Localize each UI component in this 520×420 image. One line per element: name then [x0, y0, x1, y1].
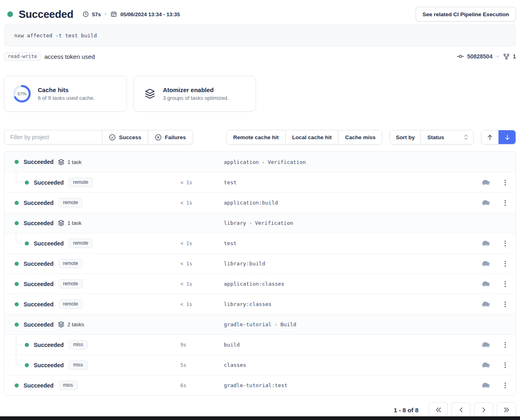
- git-commit-icon: [457, 53, 464, 60]
- cache-status-badge: miss: [58, 381, 78, 390]
- bottom-window-edge: [0, 416, 520, 420]
- cache-hits-subtitle: 6 of 9 tasks used cache.: [38, 95, 95, 101]
- page-title: Succeeded: [19, 8, 74, 21]
- atomizer-title: Atomizer enabled: [163, 86, 229, 93]
- last-page-button[interactable]: [497, 402, 516, 418]
- filter-by-project-input[interactable]: [4, 130, 102, 144]
- row-menu-button[interactable]: [502, 300, 508, 309]
- tree-connector: [16, 172, 22, 183]
- row-menu-button[interactable]: [502, 361, 508, 370]
- separator-dot: [497, 56, 498, 57]
- first-page-button[interactable]: [429, 402, 448, 418]
- git-fork-icon: [503, 53, 510, 60]
- task-name: application:classes: [224, 281, 284, 287]
- row-menu-button[interactable]: [502, 340, 508, 349]
- calendar-icon: [110, 11, 117, 17]
- status-dot: [7, 11, 13, 17]
- gradle-scan-button[interactable]: [481, 301, 491, 308]
- task-row[interactable]: Succeeded remote < 1s application:build: [4, 192, 516, 213]
- task-row[interactable]: Succeeded remote < 1s test: [4, 172, 516, 192]
- task-list: Succeeded 1 task application Verificatio…: [4, 151, 516, 396]
- kebab-menu-icon: [505, 302, 506, 303]
- gradle-scan-button[interactable]: [481, 382, 491, 389]
- task-row[interactable]: Succeeded 1 task library Verification: [4, 213, 516, 233]
- kebab-menu-icon: [505, 261, 506, 262]
- gradle-elephant-icon: [481, 261, 491, 267]
- task-duration: < 1s: [180, 200, 192, 206]
- cache-hit-percent: 67%: [13, 84, 31, 103]
- page-range-label: 1 - 8 of 8: [394, 407, 418, 414]
- row-status-label: Succeeded: [24, 220, 54, 226]
- row-status-label: Succeeded: [24, 301, 54, 308]
- tree-connector: [16, 335, 22, 345]
- project-name: application: [224, 159, 259, 165]
- row-menu-button[interactable]: [502, 280, 508, 289]
- local-cache-hit-button[interactable]: Local cache hit: [285, 130, 338, 144]
- task-row[interactable]: Succeeded remote < 1s library:classes: [4, 294, 516, 314]
- task-row[interactable]: Succeeded remote < 1s application:classe…: [4, 274, 516, 294]
- row-status-label: Succeeded: [24, 200, 54, 206]
- status-dot: [15, 262, 19, 266]
- task-row[interactable]: Succeeded 1 task application Verificatio…: [4, 152, 516, 172]
- token-text: access token used: [44, 53, 95, 60]
- chevrons-left-icon: [435, 407, 442, 413]
- chevron-right-icon: [481, 407, 487, 413]
- status-dot: [15, 282, 19, 286]
- cache-status-badge: remote: [58, 259, 82, 268]
- row-menu-button[interactable]: [502, 381, 508, 390]
- cache-status-badge: remote: [69, 239, 93, 248]
- kebab-menu-icon: [505, 342, 506, 343]
- task-name: library:build: [224, 261, 265, 267]
- gradle-scan-button[interactable]: [481, 200, 491, 206]
- row-menu-button[interactable]: [502, 198, 508, 207]
- run-duration: 57s: [82, 11, 101, 17]
- check-circle-icon: [109, 134, 116, 141]
- task-row[interactable]: Succeeded miss 9s build: [4, 334, 516, 355]
- chevron-right-icon: [262, 159, 265, 165]
- task-row[interactable]: Succeeded remote < 1s library:build: [4, 253, 516, 274]
- chevron-updown-icon: [464, 134, 468, 140]
- command-box: nxw affected -t test build: [4, 24, 516, 46]
- task-duration: < 1s: [180, 180, 192, 185]
- gradle-scan-button[interactable]: [481, 240, 491, 247]
- task-duration: 9s: [180, 342, 186, 348]
- branch-count[interactable]: 1: [513, 53, 516, 60]
- task-duration: < 1s: [180, 281, 192, 287]
- row-menu-button[interactable]: [502, 178, 508, 187]
- sort-ascending-button[interactable]: [481, 130, 498, 144]
- remote-cache-hit-button[interactable]: Remote cache hit: [227, 130, 285, 144]
- sort-status-select[interactable]: Status: [420, 130, 473, 144]
- task-count: 1 task: [67, 220, 82, 226]
- gradle-scan-button[interactable]: [481, 281, 491, 287]
- kebab-menu-icon: [505, 281, 506, 282]
- row-status-label: Succeeded: [34, 362, 64, 368]
- task-row[interactable]: Succeeded miss 5s classes: [4, 355, 516, 375]
- task-row[interactable]: Succeeded miss 6s gradle-tutorial:test: [4, 375, 516, 395]
- gradle-scan-button[interactable]: [481, 179, 491, 186]
- success-filter-button[interactable]: Success: [102, 130, 148, 144]
- row-menu-button[interactable]: [502, 239, 508, 248]
- task-row[interactable]: Succeeded remote < 1s test: [4, 233, 516, 253]
- command-text: nxw affected -t test build: [14, 32, 97, 39]
- row-status-label: Succeeded: [24, 321, 54, 328]
- cache-miss-button[interactable]: Cache miss: [338, 130, 382, 144]
- gradle-scan-button[interactable]: [481, 261, 491, 267]
- previous-page-button[interactable]: [451, 402, 470, 418]
- row-status-label: Succeeded: [34, 240, 64, 247]
- sort-descending-button[interactable]: [498, 130, 516, 144]
- cache-status-badge: remote: [69, 178, 93, 187]
- task-row[interactable]: Succeeded 2 tasks gradle-tutorial Build: [4, 314, 516, 334]
- see-related-ci-pipeline-button[interactable]: See related CI Pipeline Execution: [416, 7, 516, 22]
- gradle-scan-button[interactable]: [481, 342, 491, 348]
- kebab-menu-icon: [505, 383, 506, 384]
- task-name: classes: [224, 362, 246, 368]
- gradle-scan-button[interactable]: [481, 362, 491, 368]
- sort-direction-group: [481, 130, 516, 144]
- row-menu-button[interactable]: [502, 259, 508, 268]
- status-dot: [25, 181, 29, 185]
- failures-filter-button[interactable]: Failures: [148, 130, 193, 144]
- commit-id[interactable]: 50828504: [467, 53, 492, 60]
- task-name: build: [224, 342, 240, 348]
- next-page-button[interactable]: [474, 402, 493, 418]
- task-name: application:build: [224, 200, 278, 206]
